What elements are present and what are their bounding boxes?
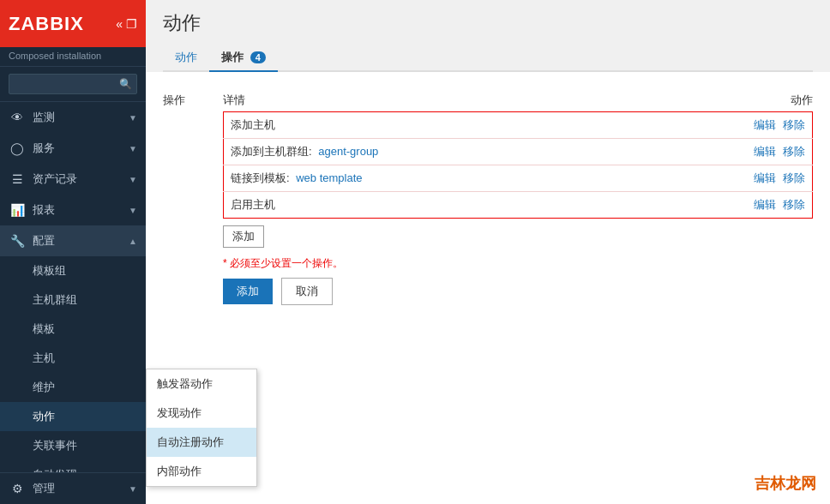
op-detail-4: 启用主机 bbox=[224, 192, 744, 219]
remove-link-1[interactable]: 移除 bbox=[783, 118, 805, 131]
chevron-up-icon: ▲ bbox=[129, 237, 137, 246]
search-icon: 🔍 bbox=[119, 78, 132, 90]
remove-link-2[interactable]: 移除 bbox=[783, 145, 805, 158]
form-actions: 添加 取消 bbox=[223, 278, 813, 305]
main-header: 动作 动作 操作 4 bbox=[146, 0, 830, 72]
remove-link-4[interactable]: 移除 bbox=[783, 198, 805, 211]
search-input[interactable] bbox=[9, 74, 137, 94]
sidebar-item-actions[interactable]: 动作 bbox=[0, 402, 146, 431]
table-row: 添加主机 编辑 移除 bbox=[224, 112, 813, 139]
sidebar-item-label: 服务 bbox=[33, 141, 129, 156]
chevron-down-icon: ▼ bbox=[129, 113, 137, 123]
remove-link-3[interactable]: 移除 bbox=[783, 171, 805, 184]
sidebar-item-monitor[interactable]: 👁 监测 ▼ bbox=[0, 102, 146, 133]
sidebar-item-maintenance[interactable]: 维护 bbox=[0, 373, 146, 402]
op-actions-3: 编辑 移除 bbox=[743, 165, 812, 192]
add-button[interactable]: 添加 bbox=[223, 279, 273, 304]
sidebar-item-label: 报表 bbox=[33, 202, 129, 218]
ops-header-details: 详情 bbox=[223, 93, 744, 108]
assets-icon: ☰ bbox=[9, 172, 26, 186]
add-operation-button[interactable]: 添加 bbox=[223, 225, 264, 248]
sidebar-item-auto-discover[interactable]: 自动发现 bbox=[0, 460, 146, 472]
chevron-down-icon: ▼ bbox=[129, 484, 137, 494]
edit-link-1[interactable]: 编辑 bbox=[754, 118, 776, 131]
reports-icon: 📊 bbox=[9, 203, 26, 217]
collapse-icon[interactable]: « bbox=[116, 17, 123, 31]
op-detail-2: 添加到主机群组: agent-group bbox=[224, 139, 744, 165]
tab-operations-badge: 4 bbox=[250, 51, 266, 63]
page-title: 动作 bbox=[163, 10, 813, 36]
sidebar-item-assets[interactable]: ☰ 资产记录 ▼ bbox=[0, 164, 146, 195]
tab-actions[interactable]: 动作 bbox=[163, 45, 209, 72]
cancel-button[interactable]: 取消 bbox=[281, 278, 333, 305]
settings-icon: ⚙ bbox=[9, 482, 26, 495]
watermark: 吉林龙网 bbox=[755, 473, 816, 494]
flyout-auto-register[interactable]: 自动注册动作 bbox=[147, 428, 256, 457]
sidebar-item-host-group[interactable]: 主机群组 bbox=[0, 285, 146, 315]
flyout-menu: 触发器动作 发现动作 自动注册动作 内部动作 bbox=[146, 369, 257, 487]
flyout-trigger-action[interactable]: 触发器动作 bbox=[147, 369, 256, 399]
expand-icon[interactable]: ❐ bbox=[126, 17, 137, 31]
web-template-link[interactable]: web template bbox=[296, 171, 362, 184]
service-icon: ◯ bbox=[9, 141, 26, 155]
sidebar-item-admin[interactable]: ⚙ 管理 ▼ bbox=[0, 473, 146, 504]
op-detail-1: 添加主机 bbox=[224, 112, 744, 139]
operations-section: 操作 详情 动作 添加主机 编辑 移除 bbox=[163, 89, 813, 305]
sidebar-item-hosts[interactable]: 主机 bbox=[0, 344, 146, 373]
edit-link-2[interactable]: 编辑 bbox=[754, 145, 776, 158]
op-detail-2-prefix: 添加到主机群组: bbox=[231, 145, 315, 158]
chevron-down-icon: ▼ bbox=[129, 144, 137, 153]
ops-header-actions: 动作 bbox=[744, 93, 813, 108]
chevron-down-icon: ▼ bbox=[129, 175, 137, 184]
sidebar-item-templates[interactable]: 模板 bbox=[0, 315, 146, 344]
op-detail-3: 链接到模板: web template bbox=[224, 165, 744, 192]
operations-label: 操作 bbox=[163, 89, 206, 305]
flyout-discover-action[interactable]: 发现动作 bbox=[147, 399, 256, 428]
sidebar-item-related-events[interactable]: 关联事件 bbox=[0, 431, 146, 460]
required-text: 必须至少设置一个操作。 bbox=[230, 257, 343, 269]
sidebar-item-label: 配置 bbox=[33, 233, 129, 249]
monitor-icon: 👁 bbox=[9, 111, 26, 124]
tab-operations[interactable]: 操作 4 bbox=[209, 45, 278, 72]
edit-link-3[interactable]: 编辑 bbox=[754, 171, 776, 184]
required-note: * 必须至少设置一个操作。 bbox=[223, 256, 813, 271]
agent-group-link[interactable]: agent-group bbox=[318, 145, 378, 158]
tab-operations-label: 操作 bbox=[221, 51, 244, 63]
sidebar-nav: 👁 监测 ▼ ◯ 服务 ▼ ☰ 资产记录 ▼ 📊 报表 ▼ 🔧 配置 ▲ 模板组… bbox=[0, 102, 146, 472]
config-icon: 🔧 bbox=[9, 234, 26, 248]
op-actions-4: 编辑 移除 bbox=[743, 192, 812, 219]
tab-actions-label: 动作 bbox=[175, 51, 197, 63]
sidebar-search-area: 🔍 bbox=[0, 67, 146, 102]
sidebar: ZABBIX « ❐ Composed installation 🔍 👁 监测 … bbox=[0, 0, 146, 504]
logo: ZABBIX bbox=[9, 13, 84, 35]
sidebar-item-config[interactable]: 🔧 配置 ▲ bbox=[0, 225, 146, 256]
sidebar-item-label: 资产记录 bbox=[33, 171, 129, 187]
sidebar-bottom: ⚙ 管理 ▼ bbox=[0, 472, 146, 504]
sidebar-item-reports[interactable]: 📊 报表 ▼ bbox=[0, 195, 146, 225]
header-icons: « ❐ bbox=[116, 17, 137, 31]
tabs: 动作 操作 4 bbox=[163, 45, 813, 72]
table-row: 启用主机 编辑 移除 bbox=[224, 192, 813, 219]
table-row: 链接到模板: web template 编辑 移除 bbox=[224, 165, 813, 192]
table-row: 添加到主机群组: agent-group 编辑 移除 bbox=[224, 139, 813, 165]
sidebar-header: ZABBIX « ❐ bbox=[0, 0, 146, 47]
operations-table: 添加主机 编辑 移除 添加到主机群组: agent-group 编辑 移除 bbox=[223, 111, 813, 219]
required-star: * bbox=[223, 257, 227, 269]
sidebar-item-label: 管理 bbox=[33, 481, 129, 496]
chevron-down-icon: ▼ bbox=[129, 206, 137, 215]
sidebar-item-service[interactable]: ◯ 服务 ▼ bbox=[0, 133, 146, 164]
op-actions-1: 编辑 移除 bbox=[743, 112, 812, 139]
op-detail-3-prefix: 链接到模板: bbox=[231, 171, 292, 184]
sidebar-subtitle: Composed installation bbox=[0, 47, 146, 67]
sidebar-item-label: 监测 bbox=[33, 110, 129, 125]
edit-link-4[interactable]: 编辑 bbox=[754, 198, 776, 211]
op-actions-2: 编辑 移除 bbox=[743, 139, 812, 165]
sidebar-item-template-group[interactable]: 模板组 bbox=[0, 256, 146, 285]
flyout-internal-action[interactable]: 内部动作 bbox=[147, 457, 256, 486]
operations-table-wrap: 详情 动作 添加主机 编辑 移除 添加到主机群组: agent-group bbox=[223, 89, 813, 305]
ops-header: 详情 动作 bbox=[223, 89, 813, 111]
